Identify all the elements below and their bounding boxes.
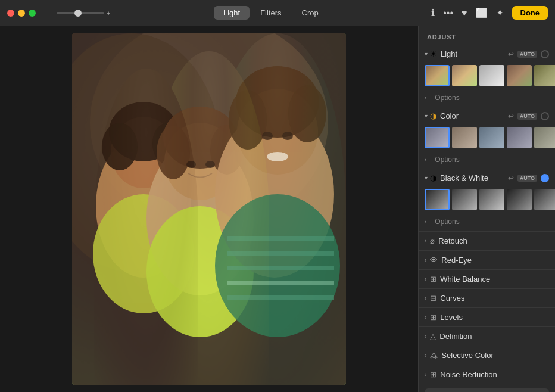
color-thumbnails [419,125,555,153]
def-chevron: › [425,333,426,340]
wb-icon: ⊞ [430,275,436,284]
tab-adjust[interactable]: Light [214,6,250,20]
svg-point-12 [157,126,190,179]
bw-header[interactable]: ▾ ◑ Black & White ↩ AUTO [419,169,555,186]
light-header[interactable]: ▾ ☀ Light ↩ AUTO [419,45,555,63]
levels-row[interactable]: › ⊞ Levels [419,307,555,326]
color-options-chevron: › [425,157,426,163]
curves-row[interactable]: › ⊟ Curves [419,288,555,307]
levels-icon: ⊞ [430,313,436,322]
done-button[interactable]: Done [512,6,548,20]
bw-thumb-4[interactable] [507,189,532,210]
crop-icon[interactable]: ⬜ [476,7,488,18]
color-circle[interactable] [541,112,549,120]
slider-minus-icon: — [48,10,54,17]
svg-rect-24 [227,281,334,285]
bw-thumb-5[interactable] [534,189,555,210]
bw-chevron: ▾ [425,175,428,181]
svg-point-19 [288,85,326,142]
light-thumb-2[interactable] [452,65,477,86]
light-thumb-5[interactable] [534,65,555,86]
reset-adjustments-button[interactable]: Reset Adjustments [425,388,549,392]
redeye-row[interactable]: › 👁 Red-Eye [419,250,555,269]
color-thumb-5[interactable] [534,127,555,148]
photo-svg [72,33,346,385]
light-thumb-3[interactable] [479,65,504,86]
bw-auto-badge[interactable]: AUTO [517,175,537,182]
traffic-lights [7,10,36,17]
curves-label: Curves [440,294,464,303]
retouch-chevron: › [425,238,426,244]
minimize-button[interactable] [18,10,25,17]
svg-rect-25 [227,295,334,300]
bw-options-chevron: › [425,219,426,225]
selective-row[interactable]: › ⁂ Selective Color [419,346,555,365]
svg-point-30 [267,152,288,161]
noise-chevron: › [425,371,426,378]
color-label: Color [440,111,508,120]
bw-thumb-3[interactable] [479,189,504,210]
wb-label: White Balance [440,275,490,284]
light-circle[interactable] [541,50,549,58]
noise-label: Noise Reduction [440,370,497,379]
sel-chevron: › [425,352,426,359]
more-icon[interactable]: ••• [443,8,453,18]
light-thumb-4[interactable] [507,65,532,86]
color-chevron: ▾ [425,113,428,119]
bw-thumbnails [419,186,555,215]
light-auto-badge[interactable]: AUTO [517,51,537,58]
color-thumb-2[interactable] [452,127,477,148]
whitebalance-row[interactable]: › ⊞ White Balance [419,269,555,288]
bw-circle[interactable] [541,174,549,182]
photo-container [72,33,346,385]
color-reset-icon[interactable]: ↩ [508,112,514,120]
tab-filters[interactable]: Filters [251,6,291,20]
sel-label: Selective Color [441,351,493,360]
light-icon: ☀ [430,49,437,58]
bw-label: Black & White [440,173,508,182]
color-thumb-1[interactable] [425,127,450,148]
color-thumb-4[interactable] [507,127,532,148]
bw-thumb-2[interactable] [452,189,477,210]
favorite-icon[interactable]: ♥ [462,8,467,18]
brightness-slider[interactable]: — + [48,10,110,17]
color-thumb-3[interactable] [479,127,504,148]
curves-chevron: › [425,295,426,301]
bw-thumb-1[interactable] [425,189,450,210]
redeye-icon: 👁 [430,256,438,265]
svg-point-18 [229,90,267,150]
main-content: ADJUST ▾ ☀ Light ↩ AUTO [0,26,555,392]
noise-row[interactable]: › ⊞ Noise Reduction [419,365,555,384]
close-button[interactable] [7,10,14,17]
def-label: Definition [439,332,472,341]
wb-chevron: › [425,276,426,282]
info-icon[interactable]: ℹ [431,7,435,18]
light-reset-icon[interactable]: ↩ [508,50,514,58]
color-options[interactable]: › Options [419,153,555,169]
titlebar-left: — + [7,10,110,17]
tab-crop[interactable]: Crop [292,6,328,20]
light-options[interactable]: › Options [419,91,555,107]
magic-icon[interactable]: ✦ [496,7,504,18]
color-controls: ↩ AUTO [508,112,549,120]
svg-point-26 [186,161,196,168]
bw-options[interactable]: › Options [419,215,555,231]
light-options-chevron: › [425,95,426,101]
tab-bar: Light Filters Crop [214,6,328,20]
redeye-chevron: › [425,257,426,263]
svg-rect-22 [227,251,334,256]
photo-image [72,33,346,385]
retouch-label: Retouch [438,237,467,245]
svg-point-29 [282,132,293,140]
retouch-row[interactable]: › ⌀ Retouch [419,231,555,250]
bw-reset-icon[interactable]: ↩ [508,174,514,182]
definition-row[interactable]: › △ Definition [419,326,555,346]
titlebar: — + Light Filters Crop ℹ ••• ♥ ⬜ ✦ Done [0,0,555,26]
panel-title: ADJUST [419,26,555,45]
light-thumb-1[interactable] [425,65,450,86]
color-header[interactable]: ▾ ◑ Color ↩ AUTO [419,107,555,125]
color-auto-badge[interactable]: AUTO [517,113,537,120]
maximize-button[interactable] [29,10,36,17]
reset-section: Reset Adjustments [419,384,555,392]
bw-options-label: Options [435,217,459,226]
